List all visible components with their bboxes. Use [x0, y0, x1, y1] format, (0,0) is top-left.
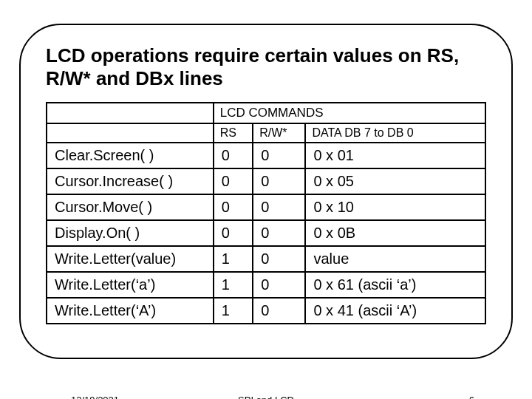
cell-data: value: [305, 246, 485, 272]
cell-func: Cursor.Increase( ): [47, 168, 214, 194]
table-row: Write.Letter(‘a’) 1 0 0 x 61 (ascii ‘a’): [47, 272, 485, 298]
cell-rs: 0: [214, 220, 253, 246]
cell-data: 0 x 41 (ascii ‘A’): [305, 298, 485, 324]
col-data: DATA DB 7 to DB 0: [305, 123, 485, 143]
cell-data: 0 x 05: [305, 168, 485, 194]
cell-data: 0 x 61 (ascii ‘a’): [305, 272, 485, 298]
cell-rw: 0: [253, 194, 305, 220]
blank-cell: [47, 103, 214, 123]
cell-rs: 1: [214, 272, 253, 298]
cell-rw: 0: [253, 143, 305, 168]
table-row: Write.Letter(value) 1 0 value: [47, 246, 485, 272]
col-rw: R/W*: [253, 123, 305, 143]
slide-frame: LCD operations require certain values on…: [19, 24, 513, 359]
table-row: Cursor.Increase( ) 0 0 0 x 05: [47, 168, 485, 194]
cell-rw: 0: [253, 168, 305, 194]
cell-func: Clear.Screen( ): [47, 143, 214, 168]
footer-comma: ,: [419, 395, 422, 399]
cell-rw: 0: [253, 246, 305, 272]
table-row: Display.On( ) 0 0 0 x 0B: [47, 220, 485, 246]
slide-title: LCD operations require certain values on…: [46, 44, 486, 90]
cell-data: 0 x 0B: [305, 220, 485, 246]
table-row: Clear.Screen( ) 0 0 0 x 01: [47, 143, 485, 168]
lcd-commands-table: LCD COMMANDS RS R/W* DATA DB 7 to DB 0 C…: [46, 102, 486, 324]
col-rs: RS: [214, 123, 253, 143]
commands-header: LCD COMMANDS: [214, 103, 485, 123]
cell-rw: 0: [253, 272, 305, 298]
cell-func: Write.Letter(‘A’): [47, 298, 214, 324]
table-header-row-1: LCD COMMANDS: [47, 103, 485, 123]
footer-page-number: 6: [469, 395, 474, 399]
cell-func: Write.Letter(‘a’): [47, 272, 214, 298]
cell-func: Write.Letter(value): [47, 246, 214, 272]
cell-func: Display.On( ): [47, 220, 214, 246]
blank-cell: [47, 123, 214, 143]
cell-rs: 1: [214, 246, 253, 272]
table-row: Cursor.Move( ) 0 0 0 x 10: [47, 194, 485, 220]
cell-rw: 0: [253, 220, 305, 246]
cell-rs: 0: [214, 194, 253, 220]
cell-func: Cursor.Move( ): [47, 194, 214, 220]
table-row: Write.Letter(‘A’) 1 0 0 x 41 (ascii ‘A’): [47, 298, 485, 324]
cell-rs: 0: [214, 143, 253, 168]
cell-rs: 1: [214, 298, 253, 324]
footer-line1: SPI and LCD: [238, 395, 294, 399]
cell-rw: 0: [253, 298, 305, 324]
cell-data: 0 x 01: [305, 143, 485, 168]
cell-data: 0 x 10: [305, 194, 485, 220]
footer-center: SPI and LCD Copyright M. Smith, ECE, Uni…: [0, 395, 532, 399]
table-header-row-2: RS R/W* DATA DB 7 to DB 0: [47, 123, 485, 143]
cell-rs: 0: [214, 168, 253, 194]
